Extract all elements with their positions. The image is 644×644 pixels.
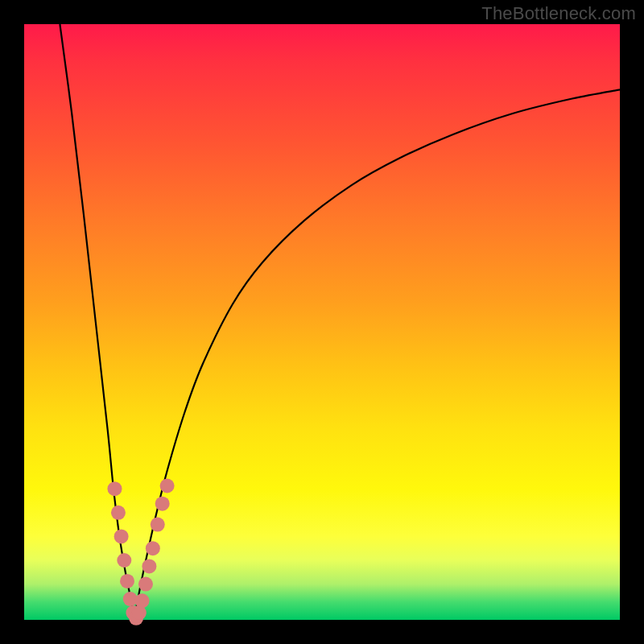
- marker-dot: [155, 497, 170, 511]
- marker-dot: [111, 506, 126, 520]
- marker-dot: [138, 577, 153, 592]
- marker-dot: [117, 553, 131, 568]
- chart-svg: [24, 24, 620, 620]
- marker-dots: [107, 479, 174, 625]
- plot-area: [24, 24, 620, 620]
- curve-right: [134, 89, 620, 620]
- marker-dot: [146, 541, 160, 555]
- marker-dot: [135, 593, 150, 608]
- watermark-text: TheBottleneck.com: [481, 3, 636, 24]
- marker-dot: [107, 481, 122, 496]
- marker-dot: [120, 574, 134, 588]
- marker-dot: [160, 479, 175, 493]
- marker-dot: [151, 518, 165, 532]
- chart-root: TheBottleneck.com: [0, 0, 644, 644]
- marker-dot: [114, 529, 129, 543]
- marker-dot: [142, 559, 156, 573]
